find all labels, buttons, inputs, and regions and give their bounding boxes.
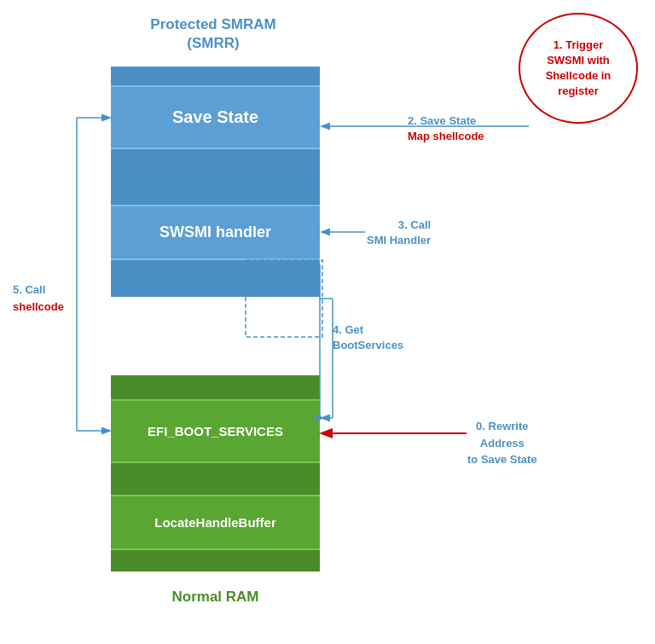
- smram-label: Protected SMRAM (SMRR): [111, 15, 316, 53]
- step3-label: 3. CallSMI Handler: [367, 218, 431, 248]
- step2-map-label: Map shellcode: [408, 130, 484, 142]
- ram-label: Normal RAM: [111, 589, 320, 606]
- trigger-swsmi-circle: 1. TriggerSWSMI withShellcode inregister: [519, 13, 638, 124]
- diagram-container: Protected SMRAM (SMRR) Save State SWSMI …: [0, 0, 655, 644]
- step4-label: 4. GetBootServices: [333, 322, 403, 353]
- trigger-text: 1. TriggerSWSMI withShellcode inregister: [539, 31, 618, 107]
- step5-shellcode: shellcode: [13, 300, 64, 313]
- save-state-block: Save State: [111, 85, 320, 149]
- step0-label: 0. RewriteAddressto Save State: [467, 418, 537, 468]
- locate-handle-buffer-block: LocateHandleBuffer: [111, 495, 320, 550]
- efi-boot-services-block: EFI_BOOT_SERVICES: [111, 399, 320, 463]
- swsmi-handler-block: SWSMI handler: [111, 205, 320, 260]
- step5-label: 5. Callshellcode: [13, 281, 64, 315]
- step2-label: 2. Save State: [408, 113, 476, 129]
